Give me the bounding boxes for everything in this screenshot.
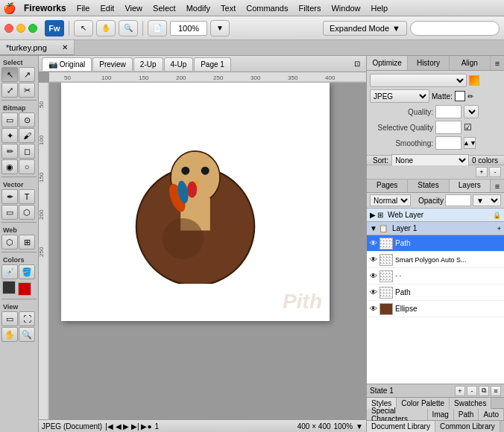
pointer-tool[interactable]: ↖ bbox=[74, 20, 93, 36]
preset-select[interactable] bbox=[370, 74, 467, 87]
maximize-button[interactable] bbox=[28, 24, 37, 33]
add-color-btn[interactable]: + bbox=[476, 167, 488, 177]
apple-menu[interactable]: 🍎 bbox=[3, 2, 15, 14]
blend-mode-select[interactable]: Normal bbox=[370, 194, 411, 206]
selective-input[interactable]: 90 bbox=[435, 121, 462, 134]
selective-check[interactable]: ☑ bbox=[464, 122, 472, 133]
tab-page1[interactable]: Page 1 bbox=[194, 57, 231, 71]
eyedropper-btn[interactable]: 💉 bbox=[1, 264, 18, 279]
search-input[interactable] bbox=[410, 21, 500, 36]
menu-view[interactable]: View bbox=[120, 2, 147, 14]
fill-color-swatch[interactable] bbox=[18, 282, 31, 296]
dup-state-btn[interactable]: ⧉ bbox=[479, 386, 489, 396]
zoom-tool-btn2[interactable]: 🔍 bbox=[19, 327, 35, 342]
menu-select[interactable]: Select bbox=[148, 2, 180, 14]
tab-optimize[interactable]: Optimize bbox=[367, 56, 408, 70]
text-tool-btn[interactable]: T bbox=[19, 189, 35, 204]
rect-tool-btn[interactable]: ▭ bbox=[1, 205, 18, 220]
layer-item-path2[interactable]: 👁 Path bbox=[367, 285, 504, 301]
file-close-icon[interactable]: ✕ bbox=[62, 43, 68, 51]
scale-tool-btn[interactable]: ⤢ bbox=[1, 83, 18, 98]
crop-tool-btn[interactable]: ✂ bbox=[19, 83, 35, 98]
pencil-tool-btn[interactable]: ✏ bbox=[1, 144, 18, 159]
tab-4up[interactable]: 4-Up bbox=[164, 57, 194, 71]
menu-text[interactable]: Text bbox=[216, 2, 240, 14]
menu-commands[interactable]: Commands bbox=[242, 2, 292, 14]
pen-tool-btn[interactable]: ✒ bbox=[1, 189, 18, 204]
minimize-button[interactable] bbox=[16, 24, 25, 33]
file-tab[interactable]: *turkey.png ✕ bbox=[0, 40, 75, 55]
layer-item-smartpoly[interactable]: 👁 Smart Polygon Auto S... bbox=[367, 252, 504, 268]
zoom-dropdown[interactable]: ▼ bbox=[210, 20, 230, 36]
brush-tool-btn[interactable]: 🖌 bbox=[19, 128, 35, 143]
remove-color-btn[interactable]: - bbox=[489, 167, 501, 177]
app-menu[interactable]: Fireworks bbox=[19, 3, 71, 13]
opacity-input[interactable]: 100% bbox=[445, 194, 471, 206]
format-select[interactable]: JPEG bbox=[370, 89, 429, 103]
layer1-add-icon[interactable]: + bbox=[497, 225, 501, 232]
sort-select[interactable]: None bbox=[391, 154, 469, 166]
tab-swatches[interactable]: Swatches bbox=[450, 398, 491, 409]
quality-input[interactable]: 99% bbox=[435, 105, 462, 118]
layer-item-path1[interactable]: 👁 Path bbox=[367, 235, 504, 252]
hand-tool-btn[interactable]: ✋ bbox=[1, 327, 18, 342]
fit-page-btn[interactable]: ⊡ bbox=[354, 60, 363, 68]
layer-item-ellipse[interactable]: 👁 Ellipse bbox=[367, 301, 504, 317]
expanded-mode-button[interactable]: Expanded Mode ▼ bbox=[323, 21, 407, 36]
panel-options-icon[interactable]: ≡ bbox=[491, 56, 504, 70]
full-screen-btn[interactable]: ⛶ bbox=[19, 311, 35, 326]
menu-modify[interactable]: Modify bbox=[182, 2, 215, 14]
menu-filters[interactable]: Filters bbox=[294, 2, 325, 14]
tab-preview[interactable]: Preview bbox=[92, 57, 133, 71]
menu-edit[interactable]: Edit bbox=[95, 2, 119, 14]
tab-doc-library[interactable]: Document Library bbox=[367, 421, 435, 432]
tab-2up[interactable]: 2-Up bbox=[133, 57, 163, 71]
tab-layers[interactable]: Layers bbox=[450, 180, 491, 192]
subselect-tool-btn[interactable]: ↗ bbox=[19, 67, 35, 82]
matte-swatch[interactable] bbox=[455, 91, 465, 101]
close-button[interactable] bbox=[4, 24, 13, 33]
hotspot-tool-btn[interactable]: ⬡ bbox=[1, 235, 18, 250]
remove-state-btn[interactable]: - bbox=[467, 386, 477, 396]
smoothing-stepper[interactable]: ▲▼ bbox=[464, 137, 476, 149]
tab-imag[interactable]: Imag bbox=[428, 409, 454, 420]
tab-common-library[interactable]: Common Library bbox=[435, 421, 500, 432]
menu-window[interactable]: Window bbox=[327, 2, 365, 14]
standard-view-btn[interactable]: ▭ bbox=[1, 311, 18, 326]
quality-dropdown[interactable]: ▼ bbox=[464, 105, 479, 118]
lasso-tool-btn[interactable]: ⊙ bbox=[19, 112, 35, 127]
tab-states[interactable]: States bbox=[408, 180, 449, 192]
menu-help[interactable]: Help bbox=[367, 2, 393, 14]
tab-align[interactable]: Align bbox=[450, 56, 491, 70]
menu-file[interactable]: File bbox=[72, 2, 95, 14]
smudge-tool-btn[interactable]: ○ bbox=[19, 159, 35, 174]
hand-tool[interactable]: ✋ bbox=[96, 20, 116, 36]
slice-tool-btn[interactable]: ⊞ bbox=[19, 235, 35, 250]
add-state-btn[interactable]: + bbox=[455, 386, 465, 396]
file-new[interactable]: 📄 bbox=[148, 20, 167, 36]
tab-auto[interactable]: Auto bbox=[479, 409, 504, 420]
eraser-tool-btn[interactable]: ◻ bbox=[19, 144, 35, 159]
tab-pages[interactable]: Pages bbox=[367, 180, 408, 192]
paint-bucket-btn[interactable]: 🪣 bbox=[19, 264, 35, 279]
smoothing-input[interactable]: 0 bbox=[435, 136, 462, 150]
zoom-input[interactable]: 100% bbox=[170, 21, 207, 36]
pointer-tool-btn[interactable]: ↖ bbox=[1, 67, 18, 82]
canvas-viewport[interactable]: 50 100 150 200 250 300 350 400 50 100 15… bbox=[39, 72, 366, 419]
stroke-color-swatch[interactable] bbox=[2, 281, 16, 294]
matte-edit-icon[interactable]: ✏ bbox=[467, 92, 473, 101]
layer-item-dots[interactable]: 👁 · · bbox=[367, 268, 504, 285]
tab-original[interactable]: 📷 Original bbox=[42, 57, 92, 71]
blur-tool-btn[interactable]: ◉ bbox=[1, 159, 18, 174]
zoom-arrow[interactable]: ▼ bbox=[356, 422, 363, 431]
tab-special-chars[interactable]: Special Characters bbox=[367, 409, 428, 420]
marquee-tool-btn[interactable]: ▭ bbox=[1, 112, 18, 127]
tab-history[interactable]: History bbox=[408, 56, 449, 70]
reshape-tool-btn[interactable]: ⬡ bbox=[19, 205, 35, 220]
magic-wand-btn[interactable]: ✦ bbox=[1, 128, 18, 143]
tab-path-sp[interactable]: Path bbox=[454, 409, 479, 420]
zoom-tool[interactable]: 🔍 bbox=[119, 20, 138, 36]
opacity-dropdown[interactable]: ▼ bbox=[473, 194, 501, 206]
options-state-btn[interactable]: ≡ bbox=[491, 386, 501, 396]
layers-options-icon[interactable]: ≡ bbox=[491, 180, 504, 192]
